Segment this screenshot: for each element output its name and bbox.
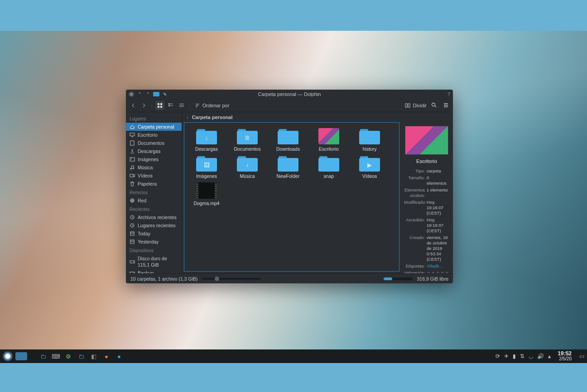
file-item-documentos[interactable]: 🗎Documentos (227, 126, 268, 153)
file-label: Downloads (276, 146, 300, 152)
network-icon (130, 198, 135, 203)
maximize-button[interactable]: ˄ (145, 91, 150, 97)
split-view-button[interactable]: Dividir (405, 103, 427, 108)
close-button[interactable]: ✕ (129, 91, 134, 97)
clock-place-icon (130, 223, 135, 228)
status-summary: 10 carpetas, 1 archivo (1,3 GiB) (130, 276, 197, 282)
svg-rect-0 (158, 103, 159, 105)
hamburger-menu-button[interactable] (441, 101, 450, 110)
task-terminal[interactable]: ⌨ (51, 351, 61, 361)
add-tags-link[interactable]: Añadir... (427, 263, 449, 269)
file-view[interactable]: ↓Descargas🗎DocumentosDownloadsEscritorio… (184, 122, 399, 272)
details-view-button[interactable] (177, 101, 186, 110)
tray-volume-icon[interactable]: 🔊 (537, 353, 544, 359)
file-label: Música (240, 173, 255, 179)
sidebar-item-música[interactable]: Música (126, 163, 182, 172)
application-launcher[interactable] (3, 351, 13, 361)
sidebar-item-imágenes[interactable]: Imágenes (126, 155, 182, 163)
tray-wifi-icon[interactable]: ◡ (529, 353, 533, 359)
svg-point-13 (432, 103, 435, 106)
tray-clipboard-icon[interactable]: ✈ (504, 353, 509, 359)
task-settings[interactable]: ⚙ (63, 351, 73, 361)
pin-button[interactable]: ✎ (162, 91, 168, 97)
folder-icon (278, 128, 298, 144)
toolbar: Ordenar por Dividir (126, 99, 453, 112)
sidebar-item-escritorio[interactable]: Escritorio (126, 131, 182, 139)
svg-rect-9 (179, 105, 184, 105)
sidebar-item-archivos-recientes[interactable]: Archivos recientes (126, 213, 182, 221)
task-pager[interactable] (15, 352, 27, 360)
clock[interactable]: 19:52 2/5/20 (558, 351, 572, 361)
split-label: Dividir (413, 103, 427, 108)
file-item-escritorio[interactable]: Escritorio (308, 126, 349, 153)
file-label: Escritorio (319, 146, 339, 152)
svg-point-18 (130, 168, 132, 170)
zoom-slider[interactable] (202, 278, 261, 280)
sidebar-item-red[interactable]: Red (126, 196, 182, 205)
svg-rect-16 (130, 158, 135, 161)
breadcrumb-current[interactable]: Carpeta personal (192, 115, 233, 120)
svg-rect-7 (170, 105, 173, 106)
places-panel: Lugares Carpeta personalEscritorioDocume… (126, 112, 182, 273)
titlebar[interactable]: ✕ ˅ ˄ ✎ Carpeta personal — Dolphin ? (126, 90, 453, 99)
taskbar: 🗀 ⌨ ⚙ 🗀 ◧ ● ● ⟳ ✈ ▮ ⇅ ◡ 🔊 ▴ 19:52 2/5/20… (0, 349, 587, 363)
tray-updates-icon[interactable]: ⟳ (496, 353, 500, 359)
breadcrumb-root-icon[interactable]: › (187, 115, 188, 120)
sidebar-item-yesterday[interactable]: Yesterday (126, 238, 182, 246)
sidebar-item-backup[interactable]: Backup (126, 269, 182, 273)
file-item-descargas[interactable]: ↓Descargas (186, 126, 227, 153)
forward-button[interactable] (140, 101, 149, 110)
back-button[interactable] (129, 101, 138, 110)
info-preview-thumb (405, 126, 448, 155)
sidebar-item-carpeta-personal[interactable]: Carpeta personal (126, 123, 182, 131)
file-item-música[interactable]: ♪Música (227, 153, 268, 181)
sidebar-item-documentos[interactable]: Documentos (126, 139, 182, 147)
file-label: NewFolder (277, 173, 300, 179)
task-telegram[interactable]: ● (114, 351, 124, 361)
remote-header: Remotos (126, 188, 182, 196)
file-item-imágenes[interactable]: 🖼Imágenes (186, 153, 227, 181)
task-discover[interactable]: ◧ (89, 351, 99, 361)
tray-network-icon[interactable]: ⇅ (520, 353, 524, 359)
info-title: Escritorio (404, 158, 449, 164)
rating-stars[interactable]: ★★★★★ (427, 270, 449, 273)
download-icon (130, 148, 135, 154)
show-desktop-button[interactable]: ▭ (579, 353, 584, 359)
sort-by-button[interactable]: Ordenar por (193, 103, 231, 108)
file-label: Dogma.mp4 (193, 201, 219, 206)
sidebar-item-papelera[interactable]: Papelera (126, 180, 182, 188)
svg-rect-1 (160, 103, 162, 105)
svg-rect-3 (160, 106, 162, 108)
folder-icon (318, 155, 339, 172)
desktop-thumb-icon (318, 128, 339, 144)
tray-battery-icon[interactable]: ▮ (513, 353, 516, 359)
folder-icon: ♪ (237, 155, 258, 172)
disk-usage-bar (384, 277, 413, 280)
file-item-history[interactable]: history (349, 126, 390, 153)
file-item-newfolder[interactable]: NewFolder (268, 153, 308, 181)
file-item-downloads[interactable]: Downloads (268, 126, 308, 153)
sidebar-item-descargas[interactable]: Descargas (126, 147, 182, 155)
search-button[interactable] (429, 101, 438, 110)
minimize-button[interactable]: ˅ (137, 91, 142, 97)
help-button[interactable]: ? (447, 91, 450, 97)
sidebar-item-lugares-recientes[interactable]: Lugares recientes (126, 221, 182, 229)
keep-above-button[interactable] (153, 92, 159, 96)
dolphin-window: ✕ ˅ ˄ ✎ Carpeta personal — Dolphin ? Ord… (126, 90, 453, 283)
sidebar-item-vídeos[interactable]: Vídeos (126, 172, 182, 180)
file-item-vídeos[interactable]: ▶Vídeos (349, 153, 390, 181)
icons-view-button[interactable] (155, 101, 164, 110)
task-dolphin[interactable]: 🗀 (76, 351, 86, 361)
task-firefox[interactable]: ● (101, 351, 111, 361)
file-label: Descargas (195, 146, 218, 152)
task-files[interactable]: 🗀 (38, 351, 48, 361)
file-item-snap[interactable]: snap (308, 153, 349, 181)
compact-view-button[interactable] (166, 101, 175, 110)
tray-expand-icon[interactable]: ▴ (548, 353, 551, 359)
breadcrumb[interactable]: › Carpeta personal (182, 112, 453, 122)
folder-icon: 🗎 (237, 128, 258, 144)
file-item-dogma-mp4[interactable]: Dogma.mp4 (186, 181, 227, 208)
sidebar-item-today[interactable]: Today (126, 229, 182, 238)
sidebar-item-disco-duro-de-115,1-gib[interactable]: Disco duro de 115,1 GiB (126, 254, 182, 269)
svg-rect-14 (130, 133, 135, 136)
